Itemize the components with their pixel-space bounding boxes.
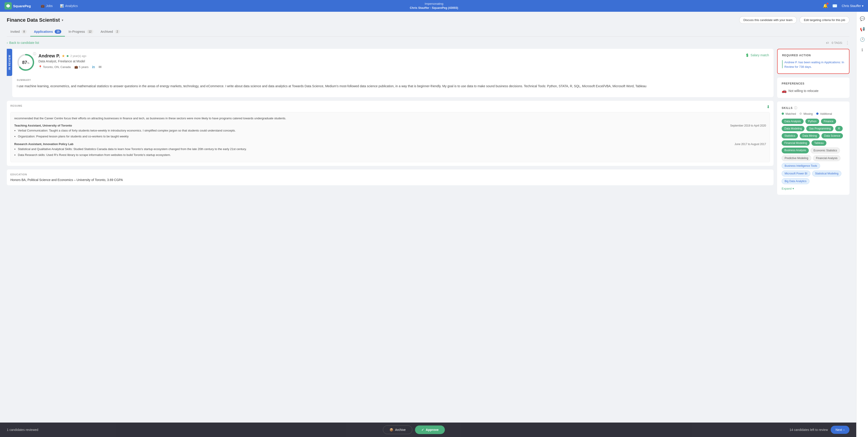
resume-header: RESUME ⬇ [10,104,770,110]
approve-button[interactable]: ✓ Approve [415,426,445,434]
preferences-title: PREFERENCES [782,82,845,85]
linkedin-icon[interactable]: in [92,65,95,69]
tabs-bar: Invited 8 Applications 15 In-Progress 12… [7,27,849,37]
relocate-icon: 🚗 [782,88,786,93]
info-icon[interactable]: ℹ [862,48,863,53]
missing-legend: Missing [800,112,813,116]
right-sidebar: 💬 📢 🕐 ℹ [856,12,868,437]
skill-tag-7: Data Mining [800,133,819,138]
title-dropdown-icon[interactable]: ▾ [62,18,63,22]
resume-company-1: Research Assistant, Innovation Policy La… [14,142,73,147]
tab-archived[interactable]: Archived 2 [97,27,123,37]
salary-match: 💲 Salary match [745,53,769,57]
resume-preceding-text: recommended that the Career Centre focus… [14,116,766,121]
logo-text: SquarePeg [13,4,31,8]
comment-icon[interactable]: 💬 [860,16,865,21]
bottom-bar: 1 candidates reviewed 📦 Archive ✓ Approv… [0,423,856,437]
skill-tag-13: Predictive Modeling [782,155,811,161]
tags-label: 0 TAGS: [832,41,843,44]
candidate-header: 87% ⓘ Andrew P. ★ 2 year(s) ago [17,53,769,71]
skills-info-icon[interactable]: ⓘ [794,106,797,110]
archive-icon: 📦 [390,428,393,432]
candidate-name: Andrew P. [38,53,60,59]
impersonating-label: Impersonating Chris Stauffer - SquarePeg… [410,2,458,10]
briefcase-icon: 💼 [74,65,78,69]
email-icon[interactable]: ✉ [98,65,101,69]
skill-tag-1: Python [805,119,819,124]
checkmark-icon: ✓ [421,428,424,432]
resume-date-0: September 2019 to April 2020 [730,123,766,128]
matched-legend: Matched [782,112,796,116]
reviewed-count: 1 candidates reviewed [7,428,38,432]
logo[interactable]: SquarePeg [4,2,31,9]
skill-tag-10: Tableau [811,140,827,146]
arrow-right-icon: › [843,428,844,432]
education-degree: Honors BA, Political Science and Economi… [10,178,770,182]
matched-dot [782,113,784,115]
candidate-info: Andrew P. ★ 2 year(s) ago Data Analyst, … [38,53,742,69]
right-panel: REQUIRED ACTION Andrew P. has been waiti… [777,49,849,195]
discuss-candidate-button[interactable]: Discuss this candidate with your team [739,16,797,24]
education-section: EDUCATION Honors BA, Political Science a… [7,169,774,185]
next-button[interactable]: Next › [831,426,849,434]
expand-button[interactable]: Expand ▾ [782,187,845,190]
page-title: Finance Data Scientist [7,17,60,23]
action-message: Andrew P. has been waiting in Applicatio… [784,60,844,69]
mail-icon[interactable]: ✉️ [832,3,837,8]
missing-dot [800,113,802,115]
required-action-title: REQUIRED ACTION [782,54,844,57]
nav-jobs-label: Jobs [46,4,53,8]
score-circle: 87% ⓘ [17,53,35,71]
salary-icon: 💲 [745,53,749,57]
score-percent: % [27,62,29,64]
nav-right: 🔔 ✉️ Chris Stauffer ▾ [823,3,864,8]
skill-tag-6: Statistics [782,133,798,138]
notifications-icon[interactable]: 🔔 [823,3,828,8]
nav-items: 💼 Jobs 📊 Analytics [37,2,81,9]
score-info-icon[interactable]: ⓘ [33,52,36,56]
candidate-name-row: Andrew P. ★ 2 year(s) ago [38,53,742,59]
top-navigation: SquarePeg 💼 Jobs 📊 Analytics Impersonati… [0,0,868,12]
megaphone-icon[interactable]: 📢 [860,27,865,32]
chevron-left-icon: ‹ [7,41,8,44]
nav-analytics[interactable]: 📊 Analytics [57,2,81,9]
remaining-count: 14 candidates left to review [789,428,828,432]
experience-item: 💼 5 years [74,65,89,69]
resume-bullets-1: Statistical and Qualitative Analytical S… [14,147,766,157]
skill-tag-8: Data Science [822,133,843,138]
skills-tags: Data AnalysisPythonFinanceData ModelingS… [782,119,845,184]
score-number: 87 [22,60,27,65]
left-column: In Review 87% [7,49,774,195]
tab-invited[interactable]: Invited 8 [7,27,30,37]
main-wrapper: Finance Data Scientist ▾ Discuss this ca… [0,12,868,437]
skill-tag-17: Statistical Modeling [812,170,841,177]
pref-item-0: 🚗 Not willing to relocate [782,88,845,93]
toolbar-right: 🏷 0 TAGS: ⋮ [826,40,849,45]
clock-icon[interactable]: 🕐 [860,37,865,42]
more-options-icon[interactable]: ⋮ [845,40,849,45]
nav-jobs[interactable]: 💼 Jobs [37,2,56,9]
resume-date-1: June 2017 to August 2017 [735,142,766,147]
candidate-meta: 📍 Toronto, ON, Canada 💼 5 years in ✉ [38,65,742,69]
username-label: Chris Stauffer [842,4,861,8]
summary-section: SUMMARY I use machine learning, economet… [17,75,769,93]
toolbar: ‹ Back to candidate list 🏷 0 TAGS: ⋮ [7,40,849,45]
edit-targeting-button[interactable]: Edit targeting criteria for this job [800,16,849,24]
resume-label: RESUME [10,104,22,107]
bottom-right: 14 candidates left to review Next › [789,426,849,434]
user-menu[interactable]: Chris Stauffer ▾ [842,4,864,8]
tab-applications[interactable]: Applications 15 [30,27,65,37]
download-icon[interactable]: ⬇ [767,104,770,110]
bottom-actions: 📦 Archive ✓ Approve [383,426,445,434]
skill-tag-3: Data Modeling [782,126,804,131]
skill-tag-9: Financial Modeling [782,140,810,146]
candidate-title: Data Analyst, Freelance at Model [38,59,742,63]
back-to-list-button[interactable]: ‹ Back to candidate list [7,41,39,44]
required-action-card: REQUIRED ACTION Andrew P. has been waiti… [777,49,849,74]
tab-in-progress[interactable]: In-Progress 12 [65,27,97,37]
resume-content: recommended that the Career Centre focus… [10,112,770,162]
archive-button[interactable]: 📦 Archive [383,426,412,434]
nav-analytics-label: Analytics [65,4,78,8]
candidate-profile: In Review 87% [7,49,774,97]
skill-tag-18: Big Data Analytics [782,178,809,184]
